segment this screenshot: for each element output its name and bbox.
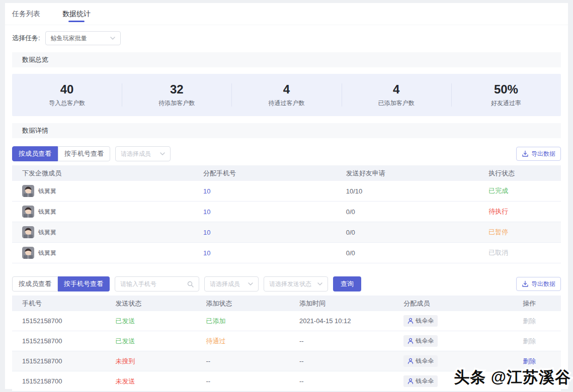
add-status-badge: -- — [206, 377, 210, 385]
send-status-badge: 未发送 — [115, 377, 135, 385]
add-time: -- — [289, 377, 393, 385]
stat-total-imported: 40 导入总客户数 — [12, 82, 122, 108]
view-by-member-button[interactable]: 按成员查看 — [12, 276, 58, 291]
details-section-header: 数据详情 — [12, 123, 561, 138]
phone-number: 15152158700 — [12, 377, 105, 385]
member-select[interactable]: 请选择成员 — [204, 276, 259, 291]
phone-count-link[interactable]: 10 — [203, 249, 210, 257]
delete-link[interactable]: 删除 — [523, 317, 536, 325]
member-avatar — [22, 185, 34, 197]
send-status-placeholder: 请选择发送状态 — [269, 280, 311, 288]
member-select[interactable]: 请选择成员 — [115, 146, 171, 161]
stat-label: 待通过客户数 — [231, 99, 341, 108]
stat-pending-add: 32 待添加客户数 — [122, 82, 231, 108]
phone-number: 15152158700 — [12, 337, 105, 345]
delete-link[interactable]: 删除 — [523, 357, 536, 365]
column-header: 执行状态 — [478, 169, 561, 178]
chevron-down-icon — [110, 37, 115, 40]
export-data-button[interactable]: 导出数据 — [516, 277, 561, 291]
overview-title: 数据总览 — [22, 55, 48, 64]
download-icon — [522, 150, 529, 157]
member-filter-row: 按成员查看 按手机号查看 请选择成员 导出数据 — [5, 146, 568, 161]
send-status-badge: 已发送 — [115, 317, 135, 325]
table-row: 钱翼翼 10 0/0 已暂停 — [12, 222, 561, 243]
send-status-badge: 已发送 — [115, 337, 135, 345]
stat-label: 好友通过率 — [451, 99, 561, 108]
member-name: 钱翼翼 — [38, 228, 56, 237]
add-time: -- — [289, 357, 393, 365]
member-avatar — [22, 226, 34, 238]
overview-section-header: 数据总览 — [12, 52, 561, 67]
member-tag: 钱伞伞 — [403, 315, 438, 327]
column-header: 分配成员 — [393, 299, 498, 308]
phone-search-field — [115, 276, 199, 291]
task-select-row: 选择任务: 鲸鱼玩家批量 — [5, 31, 568, 45]
column-header: 手机号 — [12, 299, 105, 308]
table-row: 钱翼翼 10 0/0 已取消 — [12, 243, 561, 263]
send-status-select[interactable]: 请选择发送状态 — [264, 276, 328, 291]
phone-filter-row: 按成员查看 按手机号查看 请选择成员 请选择发送状态 查询 导出数据 — [5, 276, 568, 291]
member-name: 钱翼翼 — [38, 187, 56, 195]
member-tag-label: 钱伞伞 — [416, 357, 434, 365]
tab-task-list[interactable]: 任务列表 — [12, 3, 40, 25]
member-name: 钱翼翼 — [38, 208, 56, 216]
stat-label: 已添加客户数 — [342, 99, 451, 108]
member-avatar — [22, 206, 34, 218]
status-badge: 待执行 — [488, 208, 508, 215]
person-icon — [407, 318, 414, 324]
phone-count-link[interactable]: 10 — [203, 187, 210, 195]
view-by-phone-button[interactable]: 按手机号查看 — [58, 276, 110, 291]
friend-request-count: 10/10 — [336, 187, 479, 195]
phone-number: 15152158700 — [12, 357, 105, 365]
stat-value: 40 — [12, 82, 122, 97]
person-icon — [407, 378, 414, 384]
add-time: -- — [289, 337, 393, 345]
table-row: 15152158700 已发送 已添加 2021-04-15 10:12 钱伞伞… — [12, 311, 561, 331]
column-header: 操作 — [498, 299, 561, 308]
delete-link[interactable]: 删除 — [523, 337, 536, 345]
stat-label: 导入总客户数 — [12, 99, 122, 108]
member-table: 下发企微成员 分配手机号 发送好友申请 执行状态 钱翼翼 10 10/10 已完… — [12, 165, 561, 263]
friend-request-count: 0/0 — [336, 229, 479, 236]
phone-number: 15152158700 — [12, 317, 105, 325]
table-row: 钱翼翼 10 0/0 待执行 — [12, 202, 561, 222]
stat-added: 4 已添加客户数 — [342, 82, 451, 108]
query-button[interactable]: 查询 — [333, 276, 361, 291]
add-status-badge: 待通过 — [206, 337, 225, 345]
tab-data-stats[interactable]: 数据统计 — [62, 3, 91, 25]
column-header: 分配手机号 — [193, 169, 336, 178]
view-toggle-group: 按成员查看 按手机号查看 — [12, 276, 110, 291]
task-select[interactable]: 鲸鱼玩家批量 — [45, 31, 121, 45]
status-badge: 已完成 — [488, 187, 508, 194]
member-tag-label: 钱伞伞 — [416, 337, 434, 345]
person-icon — [407, 358, 414, 364]
phone-count-link[interactable]: 10 — [203, 229, 210, 236]
person-icon — [407, 338, 414, 344]
table-row: 钱翼翼 10 10/10 已完成 — [12, 181, 561, 202]
export-label: 导出数据 — [531, 280, 555, 288]
stat-value: 32 — [122, 82, 231, 97]
watermark: 头条 @江苏溪谷 — [454, 367, 571, 388]
add-time: 2021-04-15 10:12 — [289, 317, 393, 325]
chevron-down-icon — [317, 282, 322, 285]
view-by-phone-button[interactable]: 按手机号查看 — [58, 146, 110, 161]
member-select-placeholder: 请选择成员 — [210, 280, 240, 288]
stat-pass-rate: 50% 好友通过率 — [451, 82, 561, 108]
chevron-down-icon — [160, 152, 165, 155]
column-header: 下发企微成员 — [12, 169, 193, 178]
column-header: 添加时间 — [289, 299, 393, 308]
member-name: 钱翼翼 — [38, 249, 56, 257]
phone-count-link[interactable]: 10 — [203, 208, 210, 216]
table-row: 15152158700 已发送 待通过 -- 钱伞伞 删除 — [12, 331, 561, 351]
column-header: 添加状态 — [196, 299, 289, 308]
member-avatar — [22, 247, 34, 259]
export-data-button[interactable]: 导出数据 — [516, 147, 561, 161]
member-tag: 钱伞伞 — [403, 375, 438, 387]
add-status-badge: -- — [206, 357, 210, 365]
phone-search-input[interactable] — [120, 280, 187, 287]
member-select-placeholder: 请选择成员 — [121, 150, 151, 158]
member-tag: 钱伞伞 — [403, 335, 438, 347]
view-by-member-button[interactable]: 按成员查看 — [12, 146, 58, 161]
friend-request-count: 0/0 — [336, 249, 479, 257]
stats-panel: 40 导入总客户数 32 待添加客户数 4 待通过客户数 4 已添加客户数 50… — [12, 74, 561, 116]
